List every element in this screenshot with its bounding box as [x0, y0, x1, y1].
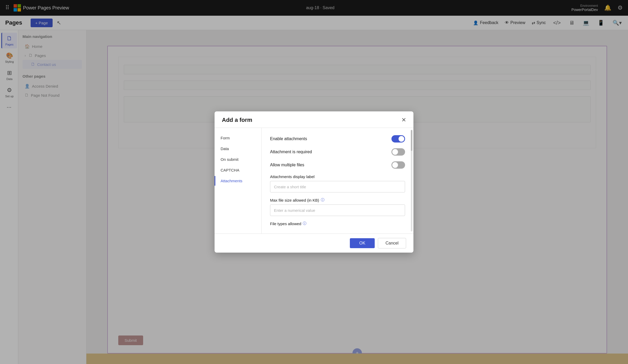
- dialog-title: Add a form: [222, 117, 252, 123]
- dialog-scrollbar-track: [411, 130, 412, 231]
- dialog-nav-data[interactable]: Data: [215, 144, 261, 153]
- enable-attachments-label: Enable attachments: [270, 136, 307, 141]
- dialog-header: Add a form ✕: [215, 111, 413, 128]
- dialog-sidebar-nav: Form Data On submit CAPTCHA Attachments: [215, 128, 262, 234]
- allow-multiple-label: Allow multiple files: [270, 163, 304, 167]
- enable-attachments-toggle[interactable]: [391, 135, 405, 143]
- display-label-title: Attachments display label: [270, 174, 405, 179]
- allow-multiple-row: Allow multiple files: [270, 161, 405, 169]
- dialog-nav-on-submit[interactable]: On submit: [215, 155, 261, 164]
- dialog-footer: OK Cancel: [215, 234, 413, 253]
- max-file-size-field: Max file size allowed (in KB) ⓘ: [270, 198, 405, 221]
- dialog-nav-form[interactable]: Form: [215, 133, 261, 143]
- allow-multiple-slider: [391, 161, 405, 169]
- enable-attachments-row: Enable attachments: [270, 135, 405, 143]
- display-label-input[interactable]: [270, 181, 405, 192]
- max-file-size-info-icon[interactable]: ⓘ: [321, 198, 324, 202]
- attachment-required-label: Attachment is required: [270, 150, 312, 154]
- max-file-size-input[interactable]: [270, 204, 405, 216]
- file-types-info-icon[interactable]: ⓘ: [303, 221, 306, 226]
- file-types-row: File types allowed ⓘ: [270, 221, 405, 226]
- dialog-nav-captcha[interactable]: CAPTCHA: [215, 165, 261, 175]
- dialog-scrollbar-thumb[interactable]: [411, 130, 412, 151]
- cancel-button[interactable]: Cancel: [378, 238, 406, 248]
- dialog-overlay: Add a form ✕ Form Data On submit CAPTCHA…: [0, 0, 628, 364]
- dialog-close-button[interactable]: ✕: [401, 117, 406, 123]
- attachment-required-slider: [391, 148, 405, 156]
- dialog-body: Form Data On submit CAPTCHA Attachments …: [215, 128, 413, 234]
- display-label-field: Attachments display label: [270, 174, 405, 198]
- dialog-nav-attachments[interactable]: Attachments: [215, 176, 261, 186]
- enable-attachments-slider: [391, 135, 405, 143]
- attachment-required-toggle[interactable]: [391, 148, 405, 156]
- max-file-size-title: Max file size allowed (in KB) ⓘ: [270, 198, 405, 202]
- allow-multiple-toggle[interactable]: [391, 161, 405, 169]
- ok-button[interactable]: OK: [350, 238, 375, 248]
- attachment-required-row: Attachment is required: [270, 148, 405, 156]
- add-form-dialog: Add a form ✕ Form Data On submit CAPTCHA…: [215, 111, 413, 253]
- dialog-main-content: Enable attachments Attachment is require…: [262, 128, 413, 234]
